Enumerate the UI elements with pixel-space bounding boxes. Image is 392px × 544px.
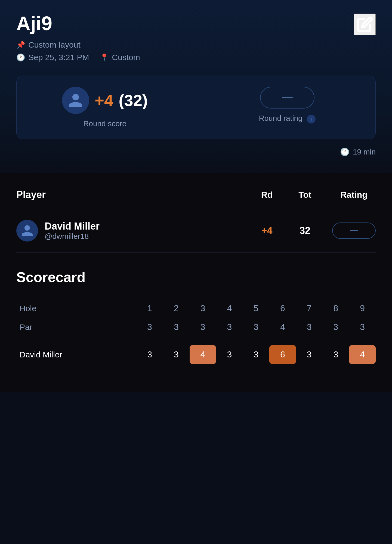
rating-pill (260, 87, 314, 109)
score-h5: 3 (243, 345, 269, 364)
edit-icon (357, 16, 373, 33)
hole-7: 7 (296, 299, 323, 318)
date-location-meta: 🕐 Sep 25, 3:21 PM 📍 Custom (16, 53, 376, 62)
score-h9: 4 (349, 345, 376, 364)
top-section: Aji9 📌 Custom layout 🕐 Sep 25, 3:21 PM 📍… (0, 0, 392, 173)
round-score-total: (32) (119, 91, 148, 110)
player-rd: +4 (256, 225, 278, 236)
hole-6: 6 (269, 299, 296, 318)
hole-5: 5 (243, 299, 269, 318)
avatar-icon (67, 92, 84, 109)
spacer-row (16, 336, 376, 345)
score-h2: 3 (163, 345, 190, 364)
round-score-section: +4 (32) Round score (30, 87, 196, 128)
hole-8: 8 (322, 299, 349, 318)
hole-9: 9 (349, 299, 376, 318)
player-avatar-small (62, 87, 89, 114)
stats-columns: Rd Tot Rating (256, 190, 376, 200)
score-display-row: +4 (32) (62, 87, 148, 114)
round-rating-label: Round rating i (259, 114, 315, 123)
score-h4: 3 (216, 345, 243, 364)
player-column-header: Player (16, 189, 256, 200)
info-icon[interactable]: i (307, 115, 316, 123)
par-1: 3 (136, 318, 163, 336)
scorecard-title: Scorecard (16, 269, 376, 285)
layout-meta: 📌 Custom layout (16, 40, 376, 50)
score-h8: 3 (322, 345, 349, 364)
round-score-plus: +4 (95, 91, 113, 110)
player-rating-dash (350, 230, 358, 231)
par-8: 3 (322, 318, 349, 336)
header-row: Aji9 (16, 14, 376, 35)
score-h1: 3 (136, 345, 163, 364)
scorecard-player-score-row: David Miller 3 3 4 3 3 6 3 3 4 (16, 345, 376, 364)
bottom-divider (16, 375, 376, 375)
hole-4: 4 (216, 299, 243, 318)
score-h7: 3 (296, 345, 323, 364)
score-h6: 6 (269, 345, 296, 364)
date-label: Sep 25, 3:21 PM (28, 53, 89, 62)
player-avatar (16, 220, 38, 242)
location-label: Custom (112, 53, 140, 62)
rating-column-header: Rating (332, 190, 376, 200)
hole-1: 1 (136, 299, 163, 318)
clock-icon: 🕐 (16, 53, 25, 62)
player-table-header: Player Rd Tot Rating (16, 189, 376, 209)
layout-icon: 📌 (16, 41, 25, 49)
scorecard-hole-row: Hole 1 2 3 4 5 6 7 8 9 (16, 299, 376, 318)
tot-column-header: Tot (294, 190, 316, 200)
edit-button[interactable] (354, 14, 376, 35)
player-rating-pill (332, 222, 376, 239)
score-panel: +4 (32) Round score Round rating i (16, 76, 376, 139)
par-6: 4 (269, 318, 296, 336)
pin-icon: 📍 (100, 53, 109, 62)
player-name-col: David Miller @dwmiller18 (45, 221, 100, 241)
location-item: 📍 Custom (100, 53, 140, 62)
par-5: 3 (243, 318, 269, 336)
par-3: 3 (190, 318, 216, 336)
par-2: 3 (163, 318, 190, 336)
hole-3: 3 (190, 299, 216, 318)
duration-label: 19 min (353, 148, 376, 156)
scorecard-par-row: Par 3 3 3 3 3 4 3 3 3 (16, 318, 376, 336)
score-h3: 4 (190, 345, 216, 364)
player-row: David Miller @dwmiller18 +4 32 (16, 209, 376, 253)
par-9: 3 (349, 318, 376, 336)
player-name: David Miller (45, 221, 100, 232)
hole-2: 2 (163, 299, 190, 318)
player-avatar-icon (20, 224, 34, 237)
rd-column-header: Rd (256, 190, 278, 200)
app-title: Aji9 (16, 14, 52, 33)
par-label: Par (16, 318, 136, 336)
timer-icon: 🕐 (340, 147, 350, 156)
rating-dash (282, 97, 293, 98)
date-item: 🕐 Sep 25, 3:21 PM (16, 53, 89, 62)
scorecard-table: Hole 1 2 3 4 5 6 7 8 9 Par 3 3 3 3 3 4 3… (16, 299, 376, 364)
player-info: David Miller @dwmiller18 (16, 220, 256, 242)
scorecard-player-label: David Miller (16, 345, 136, 364)
player-handle: @dwmiller18 (45, 232, 100, 241)
layout-label: Custom layout (28, 40, 81, 50)
bottom-section: Player Rd Tot Rating David Miller @dwmil… (0, 173, 392, 392)
player-tot: 32 (294, 225, 316, 236)
round-rating-section: Round rating i (196, 87, 362, 128)
player-scores: +4 32 (256, 222, 376, 239)
par-7: 3 (296, 318, 323, 336)
round-score-label: Round score (83, 119, 126, 128)
par-4: 3 (216, 318, 243, 336)
hole-label: Hole (16, 299, 136, 318)
duration-row: 🕐 19 min (16, 147, 376, 156)
